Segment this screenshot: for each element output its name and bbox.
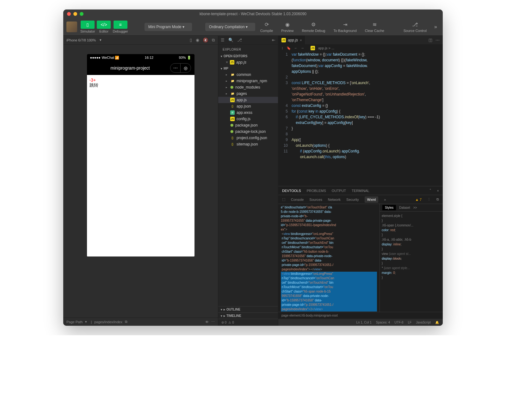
phone-preview[interactable]: ●●●●● WeChat 📶 16:12 93% 🔋 miniprogram-p… (87, 54, 194, 256)
target-icon[interactable]: ◎ (181, 64, 191, 72)
debugger-label: Debugger (113, 29, 128, 33)
nav-back-icon[interactable]: ← (294, 46, 298, 50)
split-icon[interactable]: ◫ (429, 38, 432, 42)
crumb-path[interactable]: page element.h5-body.miniprogram-root (281, 314, 338, 317)
bell-icon[interactable]: 🔔 (435, 321, 439, 324)
error-count-icon[interactable]: ⊘ 0 (221, 321, 226, 324)
nav-fwd-icon[interactable]: → (301, 46, 304, 50)
file-config-js[interactable]: JSconfig.js (218, 116, 278, 122)
explorer-title: EXPLORER (218, 45, 278, 53)
mute-icon[interactable]: 🔇 (203, 38, 208, 42)
editor-label: Editor (99, 29, 108, 33)
preview-icon[interactable]: ◉ (285, 22, 290, 28)
close-tab-icon[interactable]: × (300, 38, 302, 42)
devtools-panel: DEVTOOLS PROBLEMS OUTPUT TERMINAL ˄ × ⬚ … (278, 186, 443, 319)
sources-tab[interactable]: Sources (309, 198, 322, 201)
open-editor-file[interactable]: × JS app.js (218, 59, 278, 65)
devtools-tab[interactable]: DEVTOOLS (282, 189, 301, 193)
devtools-more-icon[interactable]: » (384, 198, 386, 201)
styles-content[interactable]: element.style {}.h5-span {./common/... c… (380, 212, 443, 312)
file-package-json[interactable]: ⬢package.json (218, 122, 278, 128)
mode-dropdown[interactable]: Mini Program Mode ▾ (145, 23, 192, 31)
device-selector[interactable]: iPhone 6/7/8 100% (66, 38, 96, 42)
minimize-window-icon[interactable] (73, 12, 77, 16)
explorer-panel: ☰ 🔍 ⎇ ⇤ EXPLORER OPEN EDITORS × JS app.j… (218, 36, 278, 326)
simulator-button[interactable]: ▯ (81, 21, 95, 29)
window-title: kbone-template-preact - WeChat Devtools … (200, 12, 306, 16)
network-tab[interactable]: Network (328, 198, 341, 201)
folder-common[interactable]: ▸📁common (218, 71, 278, 78)
timeline-section[interactable]: ▸ TIMELINE (218, 312, 278, 319)
open-editors-section[interactable]: OPEN EDITORS (218, 53, 278, 59)
warning-count-icon[interactable]: ⚠ 0 (228, 321, 234, 324)
breadcrumb-text[interactable]: app.js > ... (318, 46, 334, 50)
compile-icon[interactable]: ⟳ (265, 22, 269, 28)
ln-col[interactable]: Ln 1, Col 1 (356, 321, 371, 324)
styles-tab[interactable]: Styles (382, 205, 396, 210)
dataset-tab[interactable]: Dataset (399, 206, 410, 209)
eol[interactable]: LF (408, 321, 412, 324)
wxml-tab[interactable]: Wxml (365, 196, 379, 203)
branch-icon[interactable]: ⎇ (237, 38, 242, 42)
terminal-tab[interactable]: TERMINAL (352, 189, 369, 193)
problems-tab[interactable]: PROBLEMS (307, 189, 326, 193)
editor-tab[interactable]: JS app.js × (278, 36, 305, 45)
collapse-icon[interactable]: ⇤ (272, 38, 275, 42)
debugger-button[interactable]: ≡ (114, 21, 127, 29)
source-control-icon[interactable]: ⎇ (412, 22, 418, 28)
file-app-wxss[interactable]: #app.wxss (218, 109, 278, 116)
file-project-config[interactable]: {}project.config.json (218, 135, 278, 141)
search-icon[interactable]: 🔍 (228, 38, 233, 42)
app-window: kbone-template-preact - WeChat Devtools … (63, 9, 443, 326)
compilation-dropdown[interactable]: Ordinary Compilation ▾ (205, 23, 255, 31)
code-editor[interactable]: 1 23 456 7891011 var fakeWindow = {};var… (278, 52, 443, 186)
gutter-icon[interactable]: ⫶ (281, 46, 283, 50)
counter-text[interactable]: -3+ (89, 77, 192, 83)
folder-node-modules[interactable]: ▸⬢node_modules (218, 84, 278, 90)
file-app-js[interactable]: JSapp.js (218, 97, 278, 103)
background-icon[interactable]: ⇥ (343, 22, 347, 28)
simulator-footer: Page Path▾ | pages/index/index ⧉ 👁 ⋯ (63, 318, 218, 326)
styles-more-icon[interactable]: >> (413, 206, 417, 209)
eye-icon[interactable]: 👁 (205, 320, 209, 324)
security-tab[interactable]: Security (346, 198, 359, 201)
more-footer-icon[interactable]: ⋯ (211, 320, 215, 324)
editor-button[interactable]: </> (97, 21, 111, 29)
maximize-window-icon[interactable] (80, 12, 83, 16)
jump-text[interactable]: 跳转 (89, 83, 192, 88)
output-tab[interactable]: OUTPUT (332, 189, 346, 193)
devtools-menu-icon[interactable]: ⋮ (427, 197, 431, 201)
close-panel-icon[interactable]: × (437, 189, 439, 193)
more-icon[interactable]: » (432, 24, 440, 30)
file-app-json[interactable]: {}app.json (218, 103, 278, 109)
dock-icon[interactable]: ⧉ (436, 197, 439, 201)
clear-cache-icon[interactable]: ≋ (373, 22, 377, 28)
menu-icon[interactable]: ⋯ (170, 64, 181, 72)
copy-icon[interactable]: ⧉ (212, 38, 215, 43)
folder-pages[interactable]: ▸📁pages (218, 90, 278, 97)
editor-more-icon[interactable]: ⋯ (435, 38, 440, 42)
chevron-up-icon[interactable]: ˄ (429, 188, 431, 193)
spaces[interactable]: Spaces: 4 (376, 321, 390, 324)
outline-section[interactable]: ▸ OUTLINE (218, 306, 278, 312)
editor-panel: JS app.js × ◫ ⋯ ⫶ 🔖 ← → JS app.js > ... (278, 36, 443, 326)
wxml-tree[interactable]: e" bindtouchstart="onTouchStart" cla 5-d… (278, 204, 379, 312)
folder-miniprogram-npm[interactable]: ▸📁miniprogram_npm (218, 78, 278, 84)
rotate-icon[interactable]: ▯ (190, 38, 192, 42)
list-icon[interactable]: ☰ (221, 38, 225, 42)
remote-debug-icon[interactable]: ⚙ (311, 22, 316, 28)
avatar[interactable] (66, 22, 77, 32)
warning-badge[interactable]: ▲ 7 (415, 198, 422, 201)
copy-path-icon[interactable]: ⧉ (125, 320, 127, 324)
bookmark-icon[interactable]: 🔖 (287, 46, 291, 50)
close-window-icon[interactable] (67, 12, 71, 16)
encoding[interactable]: UTF-8 (394, 321, 403, 324)
file-package-lock[interactable]: ⬢package-lock.json (218, 128, 278, 135)
console-tab[interactable]: Console (291, 198, 304, 201)
record-icon[interactable]: ◉ (196, 38, 199, 42)
wifi-icon: 📶 (115, 56, 119, 60)
language[interactable]: JavaScript (416, 321, 431, 324)
inspect-icon[interactable]: ⬚ (282, 197, 285, 201)
file-sitemap[interactable]: {}sitemap.json (218, 141, 278, 147)
project-root[interactable]: MP (218, 65, 278, 71)
